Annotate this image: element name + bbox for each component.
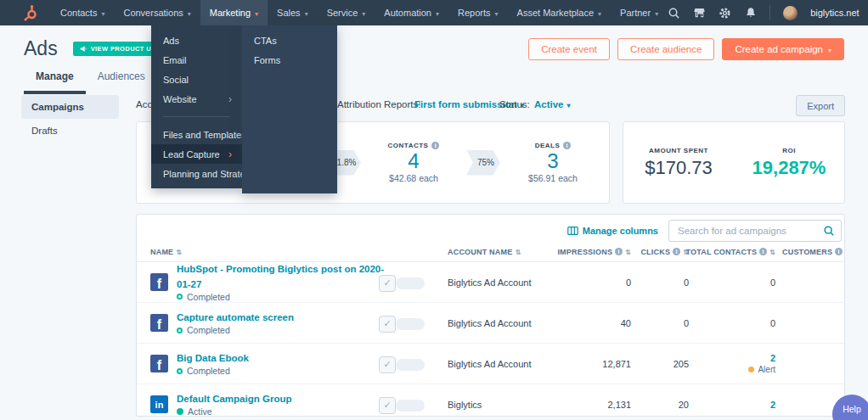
- account-name-cell: Biglytics Ad Account: [441, 318, 560, 328]
- campaigns-table-card: Manage columns NAME ACCOUNT NAME IMPRESS…: [136, 214, 845, 417]
- hubspot-sprocket-logo[interactable]: [22, 4, 39, 21]
- deals-value: 3: [512, 149, 594, 173]
- column-header-total-contacts[interactable]: TOTAL CONTACTS: [696, 248, 782, 256]
- contacts-count-link[interactable]: 2: [770, 400, 775, 410]
- search-icon[interactable]: [823, 225, 835, 240]
- info-icon[interactable]: [835, 248, 843, 255]
- menu-item-website[interactable]: Website: [151, 89, 242, 109]
- nav-item-asset-marketplace[interactable]: Asset Marketplace: [508, 0, 612, 25]
- info-icon[interactable]: [615, 248, 623, 255]
- chevron-down-icon: [183, 8, 191, 18]
- facebook-icon: [150, 314, 168, 332]
- facebook-icon: [150, 355, 168, 372]
- table-row: Big Data Ebook Completed Biglytics Ad Ac…: [137, 344, 844, 384]
- linkedin-icon: [150, 395, 168, 413]
- menu-item-lead-capture[interactable]: Lead Capture: [151, 144, 242, 164]
- nav-item-automation[interactable]: Automation: [375, 0, 448, 25]
- nav-item-contacts[interactable]: Contacts: [51, 0, 114, 25]
- impressions-cell: 12,871: [560, 359, 638, 369]
- column-header-name[interactable]: NAME: [137, 248, 392, 256]
- tab-manage[interactable]: Manage: [24, 70, 86, 94]
- impressions-cell: 40: [560, 318, 638, 328]
- roi-value: 19,287%: [752, 157, 826, 179]
- status-dropdown[interactable]: Active: [534, 99, 571, 109]
- info-icon[interactable]: [431, 142, 439, 149]
- sidebar-item-campaigns[interactable]: Campaigns: [21, 95, 119, 119]
- info-icon[interactable]: [673, 248, 680, 255]
- nav-item-sales[interactable]: Sales: [268, 0, 318, 25]
- clicks-cell: 0: [638, 277, 696, 288]
- menu-item-ads[interactable]: Ads: [151, 31, 242, 50]
- marketplace-icon[interactable]: [693, 7, 706, 20]
- campaign-name-link[interactable]: Capture automate screen: [177, 311, 294, 325]
- user-avatar[interactable]: [783, 6, 798, 20]
- chevron-right-icon: [228, 148, 232, 160]
- gear-icon[interactable]: [719, 7, 731, 20]
- notifications-bell-icon[interactable]: [744, 7, 757, 20]
- chevron-down-icon: [358, 8, 365, 18]
- column-header-impressions[interactable]: IMPRESSIONS: [560, 248, 638, 256]
- check-icon: [379, 397, 396, 414]
- column-header-account-name[interactable]: ACCOUNT NAME: [441, 248, 560, 256]
- total-contacts-cell: 2: [696, 400, 782, 410]
- completed-status-icon: [177, 368, 183, 374]
- contacts-value: 4: [373, 149, 454, 173]
- create-audience-button[interactable]: Create audience: [617, 38, 714, 60]
- submenu-item-ctas[interactable]: CTAs: [242, 31, 337, 50]
- menu-item-social[interactable]: Social: [151, 70, 242, 89]
- chevron-down-icon: [431, 8, 439, 18]
- column-header-customers[interactable]: CUSTOMERS: [782, 248, 845, 256]
- menu-item-files-and-templates[interactable]: Files and Templates: [151, 125, 242, 144]
- columns-icon: [567, 227, 578, 235]
- lead-capture-submenu: CTAs Forms: [242, 25, 337, 193]
- check-icon: [379, 316, 396, 333]
- left-sidebar: Campaigns Drafts: [21, 95, 119, 143]
- chevron-down-icon: [301, 8, 308, 18]
- chevron-down-icon: [651, 8, 658, 18]
- attribution-reports-label: Attribution Reports:: [337, 99, 420, 109]
- sort-icon[interactable]: [176, 248, 182, 256]
- contacts-count-link[interactable]: 2: [770, 353, 775, 363]
- campaign-name-link[interactable]: HubSpot - Promoting Biglytics post on 20…: [177, 262, 392, 292]
- info-icon[interactable]: [563, 142, 571, 149]
- sidebar-item-drafts[interactable]: Drafts: [21, 119, 119, 143]
- manage-columns-button[interactable]: Manage columns: [567, 226, 658, 236]
- export-button[interactable]: Export: [796, 95, 845, 116]
- nav-item-conversations[interactable]: Conversations: [114, 0, 200, 25]
- create-event-button[interactable]: Create event: [528, 38, 610, 60]
- search-input[interactable]: [668, 220, 842, 242]
- info-icon[interactable]: [759, 248, 767, 255]
- sort-icon[interactable]: [515, 248, 521, 256]
- campaign-name-link[interactable]: Default Campaign Group: [177, 392, 291, 406]
- chevron-right-icon: [228, 93, 232, 105]
- deals-cost: $56.91 each: [512, 173, 594, 183]
- nav-item-marketing[interactable]: Marketing: [200, 0, 268, 25]
- check-icon: [379, 275, 396, 292]
- table-row: Capture automate screen Completed Biglyt…: [137, 303, 844, 344]
- sort-icon[interactable]: [769, 248, 775, 256]
- contacts-stat: CONTACTS 4 $42.68 each: [373, 142, 454, 183]
- megaphone-icon: [80, 45, 87, 53]
- tab-audiences[interactable]: Audiences: [86, 70, 157, 94]
- status-text: Active: [188, 406, 212, 417]
- menu-item-email[interactable]: Email: [151, 50, 242, 70]
- search-icon[interactable]: [668, 7, 680, 20]
- clicks-cell: 205: [638, 359, 696, 369]
- completed-status-icon: [177, 294, 183, 300]
- amount-spent-stat: AMOUNT SPENT $170.73: [623, 122, 734, 203]
- create-ad-campaign-button[interactable]: Create ad campaign: [722, 38, 844, 60]
- completed-status-icon: [177, 328, 183, 333]
- nav-item-partner[interactable]: Partner: [611, 0, 668, 25]
- menu-item-planning-and-strategy[interactable]: Planning and Strategy: [151, 164, 242, 183]
- table-row: Default Campaign Group Active Biglytics …: [137, 384, 844, 417]
- campaign-name-link[interactable]: Big Data Ebook: [177, 351, 249, 366]
- account-name-cell: Biglytics Ad Account: [441, 277, 560, 288]
- nav-item-reports[interactable]: Reports: [448, 0, 508, 25]
- conversion-rate-chevron: 75%: [466, 150, 500, 176]
- sort-icon[interactable]: [625, 248, 631, 256]
- submenu-item-forms[interactable]: Forms: [242, 50, 337, 70]
- account-domain[interactable]: biglytics.net: [810, 8, 859, 18]
- nav-item-service[interactable]: Service: [318, 0, 375, 25]
- chevron-down-icon: [823, 44, 831, 54]
- roi-stat: ROI 19,287%: [734, 122, 844, 203]
